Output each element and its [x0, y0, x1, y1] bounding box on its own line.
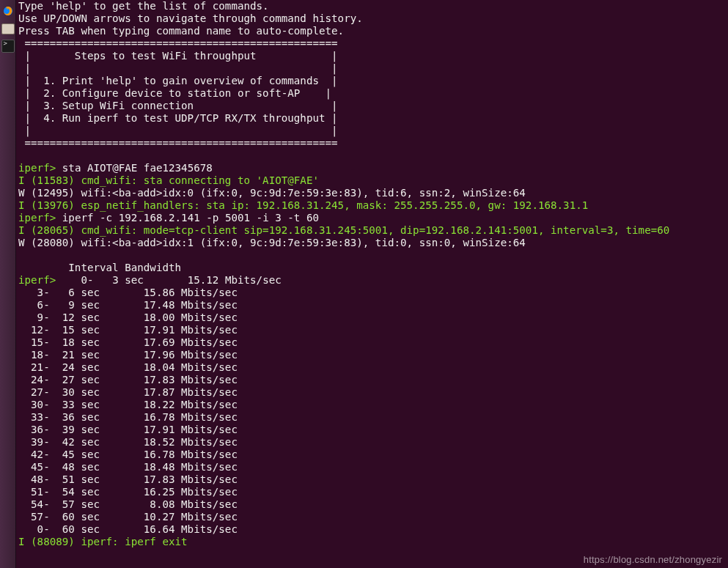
log-info: I (13976) esp_netif_handlers: sta ip: 19… — [18, 199, 588, 211]
unity-launcher — [0, 0, 16, 568]
iperf-row: 3- 6 sec 15.86 Mbits/sec — [18, 287, 238, 298]
iperf-row: 30- 33 sec 18.22 Mbits/sec — [18, 399, 238, 410]
iperf-row: 0- 3 sec 15.12 Mbits/sec — [62, 274, 282, 286]
firefox-icon[interactable] — [1, 4, 15, 18]
shell-prompt: iperf> — [18, 274, 62, 286]
iperf-row: 18- 21 sec 17.96 Mbits/sec — [18, 349, 238, 361]
iperf-row: 0- 60 sec 16.64 Mbits/sec — [18, 523, 238, 535]
terminal-icon[interactable] — [1, 40, 15, 53]
iperf-row: 48- 51 sec 17.83 Mbits/sec — [18, 473, 238, 485]
terminal-window[interactable]: Type 'help' to get the list of commands.… — [16, 0, 728, 568]
shell-prompt: iperf> — [18, 162, 62, 174]
intro-line: Type 'help' to get the list of commands. — [18, 0, 269, 12]
iperf-row: 45- 48 sec 18.48 Mbits/sec — [18, 461, 238, 473]
iperf-row: 24- 27 sec 17.83 Mbits/sec — [18, 374, 238, 386]
log-info: I (88089) iperf: iperf exit — [18, 536, 188, 547]
banner-line: | 3. Setup WiFi connection | — [18, 100, 338, 111]
banner-line: | 1. Print 'help' to gain overview of co… — [18, 75, 338, 86]
banner-line: | 2. Configure device to station or soft… — [18, 87, 331, 99]
shell-command: sta AIOT@FAE fae12345678 — [62, 162, 213, 174]
banner-line: | | — [18, 62, 338, 74]
banner-line: | 4. Run iperf to test UDP/TCP RX/TX thr… — [18, 112, 338, 124]
intro-line: Use UP/DOWN arrows to navigate through c… — [18, 12, 363, 24]
files-icon[interactable] — [1, 22, 15, 35]
watermark-text: https://blog.csdn.net/zhongyezir — [584, 554, 722, 565]
iperf-row: 33- 36 sec 16.78 Mbits/sec — [18, 411, 238, 423]
banner-line: | Steps to test WiFi throughput | — [18, 50, 338, 62]
iperf-row: 15- 18 sec 17.69 Mbits/sec — [18, 336, 238, 348]
banner-line: | | — [18, 125, 338, 136]
banner-line: ========================================… — [18, 137, 338, 149]
desktop: Type 'help' to get the list of commands.… — [0, 0, 728, 568]
log-warn: W (12495) wifi:<ba-add>idx:0 (ifx:0, 9c:… — [18, 187, 526, 199]
iperf-row: 27- 30 sec 17.87 Mbits/sec — [18, 386, 238, 398]
iperf-row: 57- 60 sec 10.27 Mbits/sec — [18, 511, 238, 523]
iperf-row: 21- 24 sec 18.04 Mbits/sec — [18, 361, 238, 373]
iperf-row: 12- 15 sec 17.91 Mbits/sec — [18, 324, 238, 336]
log-info: I (11583) cmd_wifi: sta connecting to 'A… — [18, 174, 319, 186]
iperf-row: 9- 12 sec 18.00 Mbits/sec — [18, 311, 238, 323]
iperf-row: 36- 39 sec 17.91 Mbits/sec — [18, 424, 238, 435]
log-warn: W (28080) wifi:<ba-add>idx:1 (ifx:0, 9c:… — [18, 237, 526, 248]
iperf-row: 6- 9 sec 17.48 Mbits/sec — [18, 299, 238, 311]
shell-prompt: iperf> — [18, 212, 62, 224]
iperf-row: 54- 57 sec 8.08 Mbits/sec — [18, 498, 238, 510]
iperf-row: 42- 45 sec 16.78 Mbits/sec — [18, 449, 238, 460]
iperf-row: 51- 54 sec 16.25 Mbits/sec — [18, 486, 238, 498]
log-info: I (28065) cmd_wifi: mode=tcp-client sip=… — [18, 224, 669, 236]
intro-line: Press TAB when typing command name to au… — [18, 25, 344, 37]
iperf-header: Interval Bandwidth — [18, 262, 181, 273]
banner-line: ========================================… — [18, 37, 338, 49]
shell-command: iperf -c 192.168.2.141 -p 5001 -i 3 -t 6… — [62, 212, 319, 224]
iperf-row: 39- 42 sec 18.52 Mbits/sec — [18, 436, 238, 448]
